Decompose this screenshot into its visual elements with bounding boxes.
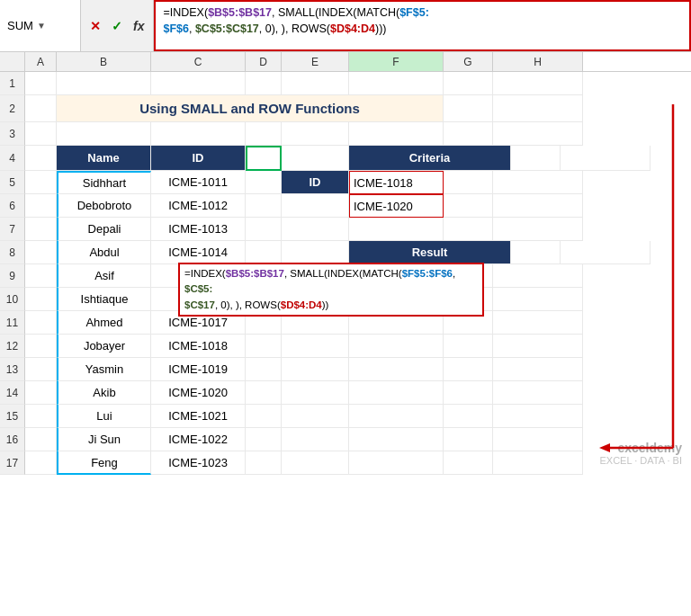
cell-b11[interactable]: Ahmed xyxy=(57,311,151,335)
cell-h3[interactable] xyxy=(493,122,583,146)
col-header-a[interactable]: A xyxy=(25,52,57,71)
cell-a11[interactable] xyxy=(25,311,57,335)
cell-d8[interactable] xyxy=(246,241,282,264)
cell-d12[interactable] xyxy=(246,335,282,358)
cell-h14[interactable] xyxy=(493,381,583,405)
cell-d1[interactable] xyxy=(246,72,282,95)
cell-c7[interactable]: ICME-1013 xyxy=(151,218,246,241)
cell-c15[interactable]: ICME-1021 xyxy=(151,405,246,428)
cell-e12[interactable] xyxy=(282,335,349,358)
cell-b9[interactable]: Asif xyxy=(57,264,151,288)
cell-d7[interactable] xyxy=(246,218,282,241)
cell-b1[interactable] xyxy=(57,72,151,95)
cell-g8[interactable] xyxy=(511,241,561,264)
cell-f16[interactable] xyxy=(349,428,444,451)
cell-f12[interactable] xyxy=(349,335,444,358)
cell-f17[interactable] xyxy=(349,451,444,475)
cell-b3[interactable] xyxy=(57,122,151,146)
cell-e7[interactable] xyxy=(282,218,349,241)
name-box[interactable]: SUM ▼ xyxy=(0,0,81,51)
cancel-icon[interactable]: ✕ xyxy=(86,17,104,35)
cell-b7[interactable]: Depali xyxy=(57,218,151,241)
cell-b5[interactable]: Sidhhart xyxy=(57,171,151,194)
cell-c5[interactable]: ICME-1011 xyxy=(151,171,246,194)
cell-d13[interactable] xyxy=(246,358,282,381)
cell-a14[interactable] xyxy=(25,381,57,405)
cell-e14[interactable] xyxy=(282,381,349,405)
cell-e13[interactable] xyxy=(282,358,349,381)
cell-c16[interactable]: ICME-1022 xyxy=(151,428,246,451)
criteria-val-2[interactable]: ICME-1020 xyxy=(349,194,444,218)
cell-h11[interactable] xyxy=(493,311,583,335)
cell-c9[interactable]: ICM =INDEX($B$5:$B$17, SMALL(INDEX(MATCH… xyxy=(151,264,246,288)
cell-f1[interactable] xyxy=(349,72,444,95)
cell-b10[interactable]: Ishtiaque xyxy=(57,288,151,311)
col-header-d[interactable]: D xyxy=(246,52,282,71)
cell-h15[interactable] xyxy=(493,405,583,428)
cell-e4[interactable] xyxy=(282,146,349,171)
cell-e15[interactable] xyxy=(282,405,349,428)
cell-g6[interactable] xyxy=(444,194,493,218)
cell-d16[interactable] xyxy=(246,428,282,451)
col-header-b[interactable]: B xyxy=(57,52,151,71)
fx-icon[interactable]: fx xyxy=(130,17,148,35)
cell-e3[interactable] xyxy=(282,122,349,146)
cell-b6[interactable]: Debobroto xyxy=(57,194,151,218)
cell-a4[interactable] xyxy=(25,146,57,171)
cell-h2[interactable] xyxy=(493,95,583,122)
cell-f7[interactable] xyxy=(349,218,444,241)
cell-h7[interactable] xyxy=(493,218,583,241)
cell-c6[interactable]: ICME-1012 xyxy=(151,194,246,218)
cell-a16[interactable] xyxy=(25,428,57,451)
cell-g3[interactable] xyxy=(444,122,493,146)
cell-f3[interactable] xyxy=(349,122,444,146)
cell-e8[interactable] xyxy=(282,241,349,264)
cell-d6[interactable] xyxy=(246,194,282,218)
cell-d14[interactable] xyxy=(246,381,282,405)
cell-f14[interactable] xyxy=(349,381,444,405)
cell-a2[interactable] xyxy=(25,95,57,122)
cell-h16[interactable] xyxy=(493,428,583,451)
cell-h6[interactable] xyxy=(493,194,583,218)
cell-h8[interactable] xyxy=(561,241,651,264)
cell-b8[interactable]: Abdul xyxy=(57,241,151,264)
criteria-val-1[interactable]: ICME-1018 xyxy=(349,171,444,194)
cell-c12[interactable]: ICME-1018 xyxy=(151,335,246,358)
cell-b14[interactable]: Akib xyxy=(57,381,151,405)
cell-g12[interactable] xyxy=(444,335,493,358)
cell-a9[interactable] xyxy=(25,264,57,288)
cell-a1[interactable] xyxy=(25,72,57,95)
cell-c8[interactable]: ICME-1014 xyxy=(151,241,246,264)
cell-e16[interactable] xyxy=(282,428,349,451)
cell-h1[interactable] xyxy=(493,72,583,95)
cell-a10[interactable] xyxy=(25,288,57,311)
cell-c3[interactable] xyxy=(151,122,246,146)
cell-b17[interactable]: Feng xyxy=(57,451,151,475)
cell-a7[interactable] xyxy=(25,218,57,241)
cell-b15[interactable]: Lui xyxy=(57,405,151,428)
cell-g13[interactable] xyxy=(444,358,493,381)
cell-g1[interactable] xyxy=(444,72,493,95)
cell-g5[interactable] xyxy=(444,171,493,194)
cell-g17[interactable] xyxy=(444,451,493,475)
cell-d17[interactable] xyxy=(246,451,282,475)
cell-a3[interactable] xyxy=(25,122,57,146)
cell-a5[interactable] xyxy=(25,171,57,194)
cell-f13[interactable] xyxy=(349,358,444,381)
cell-g16[interactable] xyxy=(444,428,493,451)
cell-b16[interactable]: Ji Sun xyxy=(57,428,151,451)
cell-h9[interactable] xyxy=(493,264,583,288)
cell-a17[interactable] xyxy=(25,451,57,475)
col-header-e[interactable]: E xyxy=(282,52,349,71)
cell-f15[interactable] xyxy=(349,405,444,428)
cell-h5[interactable] xyxy=(493,171,583,194)
cell-c14[interactable]: ICME-1020 xyxy=(151,381,246,405)
cell-g2[interactable] xyxy=(444,95,493,122)
cell-g15[interactable] xyxy=(444,405,493,428)
cell-d3[interactable] xyxy=(246,122,282,146)
cell-b12[interactable]: Jobayer xyxy=(57,335,151,358)
confirm-icon[interactable]: ✓ xyxy=(108,17,126,35)
cell-g4[interactable] xyxy=(511,146,561,171)
cell-e6[interactable] xyxy=(282,194,349,218)
cell-h13[interactable] xyxy=(493,358,583,381)
